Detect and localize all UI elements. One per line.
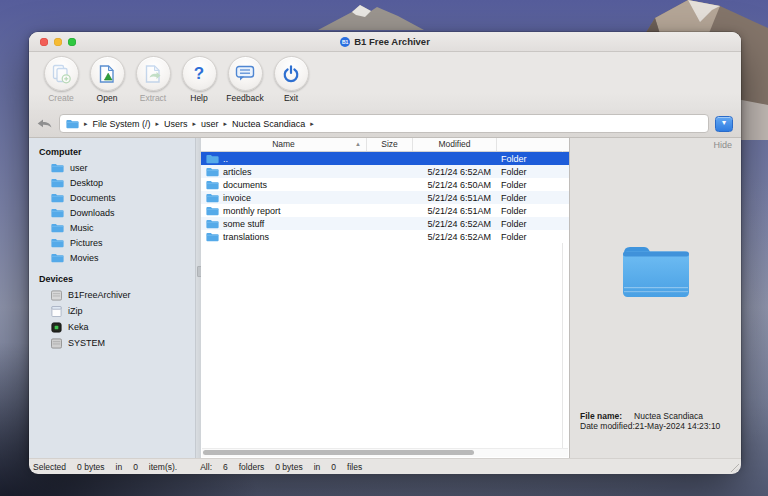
breadcrumb-item-nuctea-scandiaca[interactable]: Nuctea Scandiaca xyxy=(232,119,305,129)
folder-icon xyxy=(51,223,64,233)
file-row-parent-dir[interactable]: .. Folder xyxy=(201,152,569,165)
file-name-value: Nuctea Scandiaca xyxy=(634,411,703,421)
breadcrumb: ▸ File System (/) ▸ Users ▸ user ▸ Nucte… xyxy=(59,114,709,133)
exit-power-icon xyxy=(282,65,300,83)
extract-button[interactable]: Extract xyxy=(130,56,176,103)
zoom-window-button[interactable] xyxy=(68,38,76,46)
file-row-monthly-report[interactable]: monthly report 5/21/24 6:51AM Folder xyxy=(201,204,569,217)
izip-app-icon xyxy=(51,306,62,317)
help-button-label: Help xyxy=(190,93,207,103)
sidebar-item-b1freearchiver[interactable]: B1FreeArchiver xyxy=(29,287,195,303)
open-button-label: Open xyxy=(97,93,118,103)
file-row-translations[interactable]: translations 5/21/24 6:52AM Folder xyxy=(201,230,569,243)
file-row-documents[interactable]: documents 5/21/24 6:50AM Folder xyxy=(201,178,569,191)
status-bar: Selected 0 bytes in 0 item(s). All: 6 fo… xyxy=(29,458,741,474)
folder-icon xyxy=(206,180,219,190)
status-all-label: All: xyxy=(200,462,212,472)
column-header-modified[interactable]: Modified xyxy=(413,138,497,151)
sidebar-item-label: Downloads xyxy=(70,208,115,218)
sort-ascending-icon: ▲ xyxy=(355,138,361,151)
close-window-button[interactable] xyxy=(40,38,48,46)
create-archive-icon xyxy=(51,64,72,84)
drive-icon xyxy=(51,338,62,349)
folder-icon xyxy=(51,208,64,218)
sidebar-group-devices: Devices xyxy=(29,270,195,287)
open-archive-icon xyxy=(97,64,117,84)
feedback-button[interactable]: Feedback xyxy=(222,56,268,103)
breadcrumb-item-file-system[interactable]: File System (/) xyxy=(93,119,151,129)
sidebar-item-label: Documents xyxy=(70,193,116,203)
drive-icon xyxy=(51,290,62,301)
help-question-icon: ? xyxy=(194,65,204,82)
file-name-label: File name: xyxy=(580,411,622,421)
back-button[interactable] xyxy=(37,119,52,128)
horizontal-scrollbar-track[interactable] xyxy=(202,448,568,457)
status-selected-label: Selected xyxy=(33,462,66,472)
status-file-count: 0 xyxy=(331,462,336,472)
sidebar-item-izip[interactable]: iZip xyxy=(29,303,195,319)
window-resize-grip[interactable] xyxy=(729,462,739,472)
folder-preview-icon xyxy=(617,240,695,302)
sidebar-item-label: user xyxy=(70,163,88,173)
path-dropdown-button[interactable]: ▾ xyxy=(715,116,733,132)
sidebar-item-desktop[interactable]: Desktop xyxy=(29,175,195,190)
create-button-label: Create xyxy=(48,93,74,103)
sidebar-item-keka[interactable]: Keka xyxy=(29,319,195,335)
exit-button[interactable]: Exit xyxy=(268,56,314,103)
status-folder-count: 6 xyxy=(223,462,228,472)
sidebar-item-movies[interactable]: Movies xyxy=(29,250,195,265)
sidebar-item-label: SYSTEM xyxy=(68,338,105,348)
folder-icon xyxy=(66,119,79,129)
file-list-header: Name ▲ Size Modified xyxy=(201,138,569,152)
app-window: B1 B1 Free Archiver Create Open xyxy=(29,32,741,468)
status-in-word2: in xyxy=(314,462,321,472)
sidebar-group-computer: Computer xyxy=(29,143,195,160)
sidebar-item-user[interactable]: user xyxy=(29,160,195,175)
breadcrumb-separator-icon: ▸ xyxy=(193,120,197,128)
feedback-speech-bubble-icon xyxy=(235,65,255,82)
sidebar-item-label: iZip xyxy=(68,306,83,316)
folder-icon xyxy=(206,206,219,216)
horizontal-scrollbar-thumb[interactable] xyxy=(203,450,474,455)
breadcrumb-item-users[interactable]: Users xyxy=(164,119,188,129)
column-header-name[interactable]: Name ▲ xyxy=(201,138,367,151)
minimize-window-button[interactable] xyxy=(54,38,62,46)
folder-icon xyxy=(51,193,64,203)
sidebar-item-label: B1FreeArchiver xyxy=(68,290,131,300)
hide-preview-link[interactable]: Hide xyxy=(713,140,732,150)
title-bar: B1 B1 Free Archiver xyxy=(29,32,741,52)
file-row-invoice[interactable]: invoice 5/21/24 6:51AM Folder xyxy=(201,191,569,204)
sidebar-item-documents[interactable]: Documents xyxy=(29,190,195,205)
folder-icon xyxy=(206,232,219,242)
extract-archive-icon xyxy=(143,64,163,84)
help-button[interactable]: ? Help xyxy=(176,56,222,103)
extract-button-label: Extract xyxy=(140,93,166,103)
file-row-articles[interactable]: articles 5/21/24 6:52AM Folder xyxy=(201,165,569,178)
breadcrumb-separator-icon: ▸ xyxy=(224,120,228,128)
sidebar-item-label: Pictures xyxy=(70,238,103,248)
status-files-word: files xyxy=(347,462,362,472)
column-header-type[interactable] xyxy=(497,138,569,151)
sidebar-item-label: Movies xyxy=(70,253,99,263)
status-selected-count: 0 xyxy=(133,462,138,472)
open-button[interactable]: Open xyxy=(84,56,130,103)
content-area: Computer user Desktop Documents Download… xyxy=(29,138,741,458)
sidebar-item-label: Music xyxy=(70,223,94,233)
column-header-size[interactable]: Size xyxy=(367,138,413,151)
sidebar-item-downloads[interactable]: Downloads xyxy=(29,205,195,220)
feedback-button-label: Feedback xyxy=(226,93,263,103)
sidebar-item-system[interactable]: SYSTEM xyxy=(29,335,195,351)
folder-icon xyxy=(206,154,219,164)
status-total-bytes: 0 bytes xyxy=(275,462,302,472)
breadcrumb-item-user[interactable]: user xyxy=(201,119,219,129)
file-row-some-stuff[interactable]: some stuff 5/21/24 6:52AM Folder xyxy=(201,217,569,230)
window-title: B1 Free Archiver xyxy=(354,36,430,47)
status-items-word: item(s). xyxy=(149,462,177,472)
create-button[interactable]: Create xyxy=(38,56,84,103)
status-folders-word: folders xyxy=(239,462,265,472)
toolbar: Create Open Extract ? Help xyxy=(29,52,741,110)
folder-icon xyxy=(206,219,219,229)
sidebar-item-music[interactable]: Music xyxy=(29,220,195,235)
sidebar-item-pictures[interactable]: Pictures xyxy=(29,235,195,250)
folder-icon xyxy=(206,193,219,203)
